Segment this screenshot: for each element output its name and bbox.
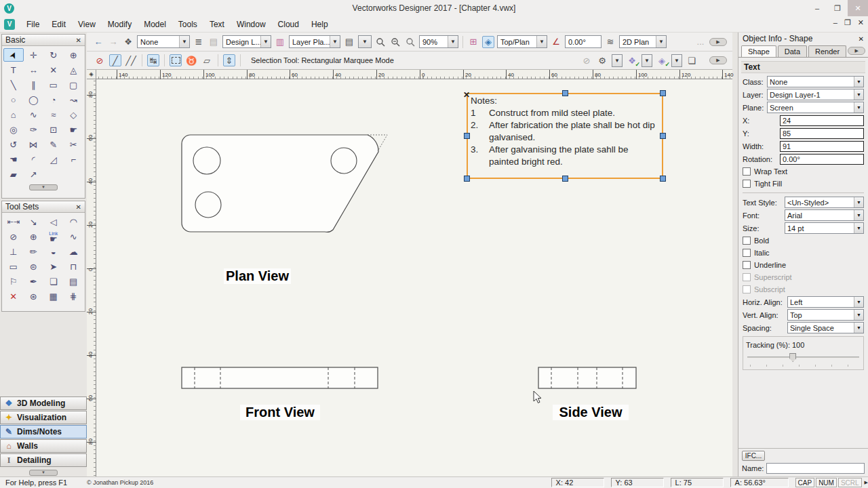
rotation-input[interactable]: 0.00° [780, 154, 864, 165]
class-options-icon[interactable]: ≣ [193, 36, 205, 48]
tab-render[interactable]: Render [808, 45, 846, 57]
eyedropper-tool[interactable]: ✑ [24, 123, 44, 136]
selection-handle-bottom-left[interactable] [464, 176, 470, 182]
menu-text[interactable]: Text [203, 18, 231, 31]
page-icon[interactable]: ▤ [343, 36, 355, 48]
arc-dim-tool[interactable]: ◠ [64, 215, 84, 228]
close-icon[interactable]: ✕ [76, 203, 81, 211]
gear-options-combo[interactable]: ▼ [612, 54, 623, 67]
locus-tool[interactable]: ✕ [43, 63, 64, 77]
wall-preferences-icon[interactable]: ▥ [274, 36, 286, 48]
toolbar-expand-button[interactable]: ▶ [709, 38, 727, 46]
spiral-tool[interactable]: ◎ [3, 123, 24, 136]
selection-handle-right[interactable] [660, 133, 666, 139]
view-combo[interactable]: Top/Plan ▼ [497, 35, 547, 48]
tracking-input[interactable]: 100 [792, 341, 861, 349]
plane-dropdown[interactable]: Screen ▼ [767, 102, 864, 113]
tool-preferences-gear-icon[interactable]: ⚙ [596, 54, 608, 66]
minimize-icon[interactable]: – [807, 0, 827, 16]
close-icon[interactable]: ✕ [848, 0, 868, 16]
stamp-tool[interactable]: ⊜ [24, 260, 44, 273]
selection-tool[interactable]: ➤ [3, 48, 24, 62]
circle-tool[interactable]: ○ [3, 93, 24, 106]
layer-combo[interactable]: Design L... ▼ [222, 35, 271, 48]
scale-bar-tool[interactable]: ▤ [64, 274, 84, 288]
doc-restore-icon[interactable]: ❐ [844, 18, 851, 27]
drawing-border-tool[interactable]: ▭ [3, 260, 24, 273]
basic-palette-expand-button[interactable]: ▼ [29, 184, 58, 190]
modebar-expand-button[interactable]: ▶ [709, 56, 727, 64]
y-input[interactable]: 85 [780, 128, 864, 139]
selection-handle-top[interactable] [562, 90, 568, 96]
category-walls[interactable]: ⌂ Walls [0, 439, 87, 453]
regular-polygon-tool[interactable]: ◇ [64, 108, 84, 121]
dimension-tool[interactable]: ↔ [24, 63, 44, 77]
class-dropdown[interactable]: None ▼ [767, 76, 864, 87]
size-dropdown[interactable]: 14 pt ▼ [785, 222, 864, 234]
mirror-tool[interactable]: ⋈ [24, 138, 44, 151]
saved-views-icon[interactable]: ❖ [122, 36, 134, 48]
no-zoom-icon[interactable]: ⊘ [580, 54, 593, 66]
clip-cube-tool[interactable]: ⊡ [43, 123, 64, 136]
freehand-tool[interactable]: ↝ [64, 93, 84, 106]
eraser-tool[interactable]: ▰ [3, 167, 24, 181]
move-by-points-tool[interactable]: ↗ [24, 167, 44, 181]
doc-close-icon[interactable]: ✕ [858, 18, 864, 27]
oval-tool[interactable]: ◯ [24, 93, 44, 106]
rectangular-marquee-icon[interactable] [170, 54, 182, 66]
horiz-align-dropdown[interactable]: Left ▼ [787, 296, 864, 308]
freeform-tool[interactable]: ≈ [43, 108, 64, 121]
tracking-slider[interactable] [746, 353, 861, 364]
disable-interactive-scaling-icon[interactable]: ⊘ [94, 54, 106, 66]
hyperlink-tool[interactable]: Link ☛ [43, 230, 64, 243]
back-view-icon[interactable]: ← [92, 36, 104, 48]
wrap-text-checkbox[interactable] [743, 167, 751, 176]
line-tool[interactable]: ╲ [3, 78, 24, 92]
drawing-canvas[interactable]: ◈ 140 120 100 80 60 40 20 0 20 40 60 80 … [87, 70, 732, 476]
elevation-benchmark-tool[interactable]: ⊓ [64, 260, 84, 273]
protractor-tool[interactable]: ◒ [43, 245, 64, 258]
constrained-dim-tool[interactable]: ⇤⇥ [3, 215, 24, 228]
selection-handle-bottom[interactable] [562, 176, 568, 182]
single-object-mode-icon[interactable]: ╱ [109, 54, 121, 66]
focus-point-tool[interactable]: ⚐ [3, 274, 24, 288]
angular-dim-tool[interactable]: ◁ [43, 215, 64, 228]
polyline-tool[interactable]: ∿ [24, 108, 44, 121]
notes-text-block[interactable]: ✕ Notes: 1 Construct from mild steel pla… [467, 93, 663, 179]
snap-check-icon[interactable]: ❖✓ [626, 54, 638, 66]
text-style-dropdown[interactable]: <Un-Styled> ▼ [785, 197, 864, 208]
toolbar-overflow[interactable]: ... [694, 36, 707, 48]
category-detailing[interactable]: I Detailing [0, 453, 87, 467]
underline-checkbox[interactable] [743, 261, 751, 269]
menu-modify[interactable]: Modify [102, 18, 138, 31]
menu-window[interactable]: Window [231, 18, 272, 31]
selection-handle-left[interactable] [464, 133, 470, 139]
interactive-scaling-mode-icon[interactable]: ↹ [147, 54, 159, 66]
arc-tool[interactable]: ◔ [43, 93, 64, 106]
vert-align-dropdown[interactable]: Top ▼ [787, 309, 864, 321]
zoom-icon[interactable] [404, 36, 416, 48]
flyover-tool[interactable]: ↻ [43, 48, 64, 62]
radial-dim-tool[interactable]: ⊘ [3, 230, 24, 243]
smart-points-options-combo[interactable]: ▼ [671, 54, 682, 67]
menu-edit[interactable]: Edit [45, 18, 72, 31]
class-combo[interactable]: None ▼ [137, 35, 190, 48]
rotate-tool[interactable]: ↺ [3, 138, 24, 151]
polygon-tool[interactable]: ⌂ [3, 108, 24, 121]
zoom-level-combo[interactable]: 90% ▼ [419, 35, 458, 48]
center-mark-tool[interactable]: ⊕ [24, 230, 44, 243]
category-dims-notes[interactable]: ✎ Dims/Notes [0, 425, 87, 439]
restore-icon[interactable]: ❐ [827, 0, 848, 16]
name-input[interactable] [766, 463, 865, 474]
rounded-rectangle-tool[interactable]: ▢ [64, 78, 84, 92]
menu-help[interactable]: Help [305, 18, 334, 31]
fillet-tool[interactable]: ◜ [24, 152, 44, 166]
bold-checkbox[interactable] [743, 237, 751, 245]
tape-measure-tool[interactable]: ✏ [24, 245, 44, 258]
lasso-marquee-icon[interactable]: ♉ [185, 54, 197, 66]
folder-icon[interactable]: ❏ [686, 54, 698, 66]
match-line-tool[interactable]: ⋕ [64, 289, 84, 303]
revision-marker-tool[interactable]: ✕ [3, 289, 24, 303]
drawing-area[interactable]: Plan View Front View Side View ✕ Notes: … [96, 79, 732, 476]
snap-options-combo[interactable]: ▼ [642, 54, 652, 67]
